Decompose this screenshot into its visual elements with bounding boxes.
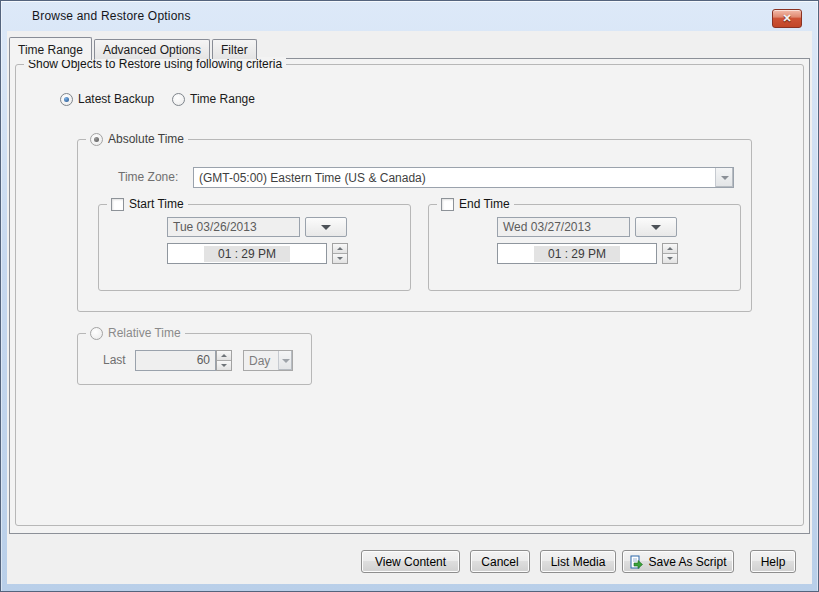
tab-filter[interactable]: Filter: [212, 39, 257, 59]
spinner-down-icon: [667, 257, 673, 260]
relative-time-groupbox: Relative Time Last 60 Day: [77, 333, 312, 385]
end-date-field[interactable]: Wed 03/27/2013: [497, 217, 630, 237]
absolute-time-groupbox: Absolute Time Time Zone: (GMT-05:00) Eas…: [77, 139, 752, 312]
end-date-value: Wed 03/27/2013: [503, 220, 591, 234]
latest-backup-radio[interactable]: [60, 93, 73, 106]
time-zone-combobox[interactable]: (GMT-05:00) Eastern Time (US & Canada): [193, 167, 734, 188]
close-icon: ✕: [782, 13, 791, 24]
dialog-client: Time Range Advanced Options Filter Show …: [7, 31, 812, 584]
end-time-spin-up[interactable]: [663, 244, 677, 253]
last-value-spin-down[interactable]: [217, 360, 231, 370]
close-button[interactable]: ✕: [772, 9, 802, 28]
end-date-dropdown-button[interactable]: [635, 217, 677, 237]
view-content-button[interactable]: View Content: [361, 550, 460, 573]
save-as-script-icon: [629, 555, 643, 569]
start-time-checkbox[interactable]: [111, 198, 124, 211]
absolute-time-label: Absolute Time: [108, 132, 184, 146]
start-time-spin-up[interactable]: [333, 244, 347, 253]
time-range-radio[interactable]: [172, 93, 185, 106]
view-content-label: View Content: [375, 555, 446, 569]
unit-combobox[interactable]: Day: [243, 350, 293, 371]
end-time-label: End Time: [459, 197, 510, 211]
start-date-field[interactable]: Tue 03/26/2013: [167, 217, 300, 237]
time-range-option[interactable]: Time Range: [172, 92, 255, 106]
cancel-label: Cancel: [481, 555, 518, 569]
relative-time-label: Relative Time: [108, 326, 181, 340]
time-zone-dropdown-arrow-icon[interactable]: [715, 168, 733, 187]
end-date-dropdown-arrow-icon: [651, 225, 661, 230]
absolute-time-radio[interactable]: [90, 133, 103, 146]
start-time-value: 01 : 29 PM: [204, 246, 290, 262]
tab-page-time-range: Show Objects to Restore using following …: [9, 58, 810, 534]
start-time-field[interactable]: 01 : 29 PM: [167, 243, 327, 264]
latest-backup-option[interactable]: Latest Backup: [60, 92, 154, 106]
spinner-down-icon: [221, 364, 227, 367]
save-as-script-button[interactable]: Save As Script: [622, 550, 734, 573]
end-time-checkbox[interactable]: [441, 198, 454, 211]
time-range-label: Time Range: [190, 92, 255, 106]
end-time-value: 01 : 29 PM: [534, 246, 620, 262]
latest-backup-label: Latest Backup: [78, 92, 154, 106]
last-label: Last: [103, 353, 126, 367]
list-media-button[interactable]: List Media: [540, 550, 616, 573]
start-date-value: Tue 03/26/2013: [173, 220, 257, 234]
dialog-window: Browse and Restore Options ✕ Time Range …: [0, 0, 819, 592]
end-time-caption: End Time: [437, 197, 514, 211]
last-value: 60: [197, 353, 210, 367]
start-time-groupbox: Start Time Tue 03/26/2013 01 : 29 PM: [98, 204, 411, 291]
save-as-script-label: Save As Script: [648, 555, 726, 569]
criteria-groupbox: Show Objects to Restore using following …: [15, 64, 804, 526]
last-value-spinner: [216, 350, 232, 371]
list-media-label: List Media: [551, 555, 606, 569]
spinner-up-icon: [337, 247, 343, 250]
tab-time-range[interactable]: Time Range: [9, 37, 92, 60]
cancel-button[interactable]: Cancel: [470, 550, 530, 573]
tab-bar: Time Range Advanced Options Filter: [9, 36, 259, 59]
help-label: Help: [761, 555, 786, 569]
relative-time-radio[interactable]: [90, 327, 103, 340]
spinner-up-icon: [221, 354, 227, 357]
start-date-dropdown-arrow-icon: [321, 225, 331, 230]
tab-advanced-options[interactable]: Advanced Options: [94, 39, 210, 59]
last-value-spin-up[interactable]: [217, 351, 231, 360]
start-time-caption: Start Time: [107, 197, 188, 211]
unit-dropdown-arrow-icon[interactable]: [278, 351, 292, 370]
start-time-spinner: [332, 243, 348, 264]
start-time-label: Start Time: [129, 197, 184, 211]
spinner-up-icon: [667, 247, 673, 250]
unit-value: Day: [244, 354, 270, 368]
time-zone-value: (GMT-05:00) Eastern Time (US & Canada): [194, 171, 426, 185]
last-value-field[interactable]: 60: [135, 350, 216, 371]
end-time-groupbox: End Time Wed 03/27/2013 01 : 29 PM: [428, 204, 741, 291]
help-button[interactable]: Help: [750, 550, 796, 573]
title-bar: Browse and Restore Options ✕: [1, 1, 818, 31]
start-time-spin-down[interactable]: [333, 253, 347, 263]
absolute-time-caption: Absolute Time: [86, 132, 188, 146]
time-zone-label: Time Zone:: [118, 170, 178, 184]
end-time-field[interactable]: 01 : 29 PM: [497, 243, 657, 264]
relative-time-caption: Relative Time: [86, 326, 185, 340]
end-time-spinner: [662, 243, 678, 264]
spinner-down-icon: [337, 257, 343, 260]
start-date-dropdown-button[interactable]: [305, 217, 347, 237]
end-time-spin-down[interactable]: [663, 253, 677, 263]
window-title: Browse and Restore Options: [32, 9, 191, 23]
